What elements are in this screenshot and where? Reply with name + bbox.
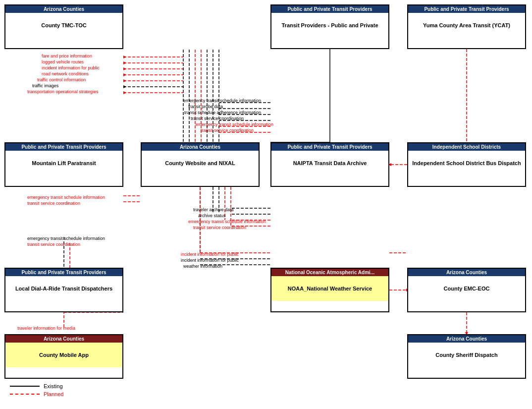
label-traveler-archive: traveler archive data <box>193 207 234 212</box>
legend: Existing Planned <box>10 383 63 399</box>
node-county-tmc: Arizona Counties County TMC-TOC <box>4 4 123 49</box>
label-transport-ops: transportation operational strategies <box>27 89 99 94</box>
node-transit-providers-main-body: Transit Providers - Public and Private <box>271 13 388 38</box>
label-logged-routes: logged vehicle routes <box>42 59 84 64</box>
node-yuma-transit-body: Yuma County Area Transit (YCAT) <box>408 13 525 38</box>
node-noaa-header: National Oceanic Atmospheric Admi... <box>271 269 388 276</box>
node-county-sheriff: Arizona Counties County Sheriff Dispatch <box>407 334 526 379</box>
node-county-emc-body: County EMC-EOC <box>408 276 525 301</box>
label-emerg-transit-naipta: emergency transit schedule information <box>188 219 266 224</box>
legend-planned: Planned <box>10 391 63 397</box>
legend-existing: Existing <box>10 383 63 389</box>
node-isd-bus-body: Independent School District Bus Dispatch <box>408 151 525 175</box>
label-transit-svc-local: transit service coordination <box>27 242 80 247</box>
node-isd-bus: Independent School Districts Independent… <box>407 142 526 187</box>
label-weather-info: weather information <box>183 264 222 269</box>
node-naipta-body: NAIPTA Transit Data Archive <box>271 151 388 175</box>
legend-existing-label: Existing <box>44 383 63 389</box>
label-transit-svc-ml: transit service coordination <box>27 201 80 206</box>
label-transit-sched-adhere: transit schedule adherence information <box>184 110 261 115</box>
node-county-website-header: Arizona Counties <box>142 143 259 151</box>
label-incident-public3: incident information for public <box>181 258 239 263</box>
node-county-tmc-body: County TMC-TOC <box>5 13 122 38</box>
label-incident-public1: incident information for public <box>42 65 100 70</box>
label-traffic-control: traffic control information <box>37 77 86 82</box>
label-transit-svc-coord1: transit service coordination <box>191 116 244 121</box>
svg-marker-11 <box>123 79 126 82</box>
label-road-network: road network conditions <box>42 71 89 76</box>
label-traveler-media: traveler information for media <box>17 326 75 331</box>
label-fare-price: fare and price information <box>42 54 92 58</box>
node-yuma-transit: Public and Private Transit Providers Yum… <box>407 4 526 49</box>
node-county-emc: Arizona Counties County EMC-EOC <box>407 268 526 312</box>
node-transit-providers-main-header: Public and Private Transit Providers <box>271 5 388 13</box>
node-local-dial: Public and Private Transit Providers Loc… <box>4 268 123 312</box>
node-noaa: National Oceanic Atmospheric Admi... NOA… <box>270 268 389 312</box>
node-transit-providers-main: Public and Private Transit Providers Tra… <box>270 4 389 49</box>
node-county-mobile: Arizona Counties County Mobile App <box>4 334 123 379</box>
node-county-sheriff-body: County Sheriff Dispatch <box>408 343 525 367</box>
node-county-mobile-header: Arizona Counties <box>5 335 122 343</box>
svg-marker-13 <box>123 91 126 94</box>
node-naipta: Public and Private Transit Providers NAI… <box>270 142 389 187</box>
label-transit-svc-naipta: transit service coordination <box>193 225 246 230</box>
node-naipta-header: Public and Private Transit Providers <box>271 143 388 151</box>
node-mountain-lift: Public and Private Transit Providers Mou… <box>4 142 123 187</box>
svg-marker-10 <box>123 73 126 76</box>
node-county-emc-header: Arizona Counties <box>408 269 525 276</box>
svg-marker-9 <box>123 67 126 70</box>
node-noaa-body: NOAA_National Weather Service <box>271 276 388 301</box>
legend-existing-line <box>10 386 40 387</box>
diagram-container: ★★★★★★ <box>0 0 532 409</box>
svg-marker-7 <box>123 56 126 58</box>
label-emerg-transit-local: emergency transit schedule information <box>27 236 105 241</box>
label-emerg-transit-sched2: emergency transit schedule information <box>196 122 273 127</box>
node-county-tmc-header: Arizona Counties <box>5 5 122 13</box>
svg-marker-12 <box>123 85 126 88</box>
node-local-dial-body: Local Dial-A-Ride Transit Dispatchers <box>5 276 122 301</box>
legend-planned-line <box>10 394 40 395</box>
label-incident-public2: incident information for public <box>181 252 239 257</box>
label-transit-probe: transit probe data <box>188 104 223 109</box>
label-emerg-transit-ml: emergency transit schedule information <box>27 195 105 200</box>
node-mountain-lift-header: Public and Private Transit Providers <box>5 143 122 151</box>
svg-marker-8 <box>123 61 126 64</box>
node-local-dial-header: Public and Private Transit Providers <box>5 269 122 276</box>
node-county-website: Arizona Counties County Website and NIXA… <box>141 142 260 187</box>
node-isd-bus-header: Independent School Districts <box>408 143 525 151</box>
label-traffic-images: traffic images <box>32 83 58 88</box>
node-county-sheriff-header: Arizona Counties <box>408 335 525 343</box>
label-emerg-transit-sched1: emergency transit schedule information <box>183 98 261 103</box>
node-county-website-body: County Website and NIXAL <box>142 151 259 175</box>
node-mountain-lift-body: Mountain Lift Paratransit <box>5 151 122 175</box>
legend-planned-label: Planned <box>44 391 63 397</box>
label-archive-status: archive status <box>198 213 226 218</box>
node-yuma-transit-header: Public and Private Transit Providers <box>408 5 525 13</box>
node-county-mobile-body: County Mobile App <box>5 343 122 367</box>
label-transit-svc-coord2: transit service coordination <box>201 128 254 133</box>
